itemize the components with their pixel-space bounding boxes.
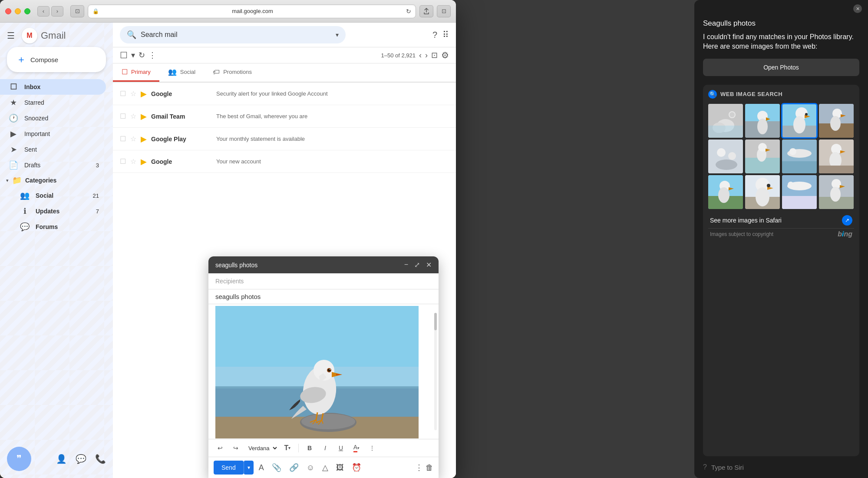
sidebar-item-important[interactable]: ▶ Important (0, 126, 106, 142)
compose-recipients-field[interactable]: Recipients (208, 273, 439, 289)
email-row[interactable]: ☐ ☆ ▶ Google Your new account (113, 150, 456, 173)
next-page-button[interactable]: › (425, 51, 428, 60)
close-button[interactable] (5, 8, 11, 14)
search-input[interactable]: Search mail (141, 31, 331, 39)
menu-icon[interactable]: ☰ (7, 30, 15, 41)
extensions-button[interactable]: ⊡ (437, 5, 451, 17)
insert-photo-icon[interactable]: 🖼 (333, 461, 347, 474)
discard-button[interactable]: 🗑 (426, 463, 433, 472)
email-star[interactable]: ☆ (130, 157, 136, 166)
insert-emoji-icon[interactable]: ☺ (304, 461, 317, 474)
help-icon[interactable]: ? (432, 30, 437, 40)
url-bar[interactable]: 🔒 mail.google.com ↻ (88, 4, 416, 18)
categories-toggle[interactable]: ▾ 📁 Categories (0, 173, 113, 188)
format-text-icon[interactable]: A (256, 461, 267, 474)
meet-icon[interactable]: 💬 (76, 454, 86, 464)
email-star[interactable]: ☆ (130, 90, 136, 98)
back-button[interactable]: ‹ (37, 6, 50, 17)
user-avatar[interactable]: ❞ (7, 447, 31, 471)
compose-minimize-button[interactable]: − (404, 261, 408, 269)
svg-point-37 (716, 159, 737, 170)
google-drive-icon[interactable]: △ (320, 461, 331, 474)
bold-button[interactable]: B (303, 442, 316, 454)
sidebar-item-inbox[interactable]: ☐ Inbox (0, 79, 106, 95)
send-button[interactable]: Send (214, 461, 244, 475)
text-color-button[interactable]: A ▾ (350, 442, 363, 454)
refresh-icon[interactable]: ↻ (139, 50, 145, 60)
attach-file-icon[interactable]: 📎 (269, 461, 284, 474)
image-result-7[interactable] (782, 139, 817, 173)
open-photos-button[interactable]: Open Photos (703, 59, 859, 76)
search-bar[interactable]: 🔍 Search mail ▾ (120, 26, 346, 43)
image-result-2[interactable] (745, 104, 780, 138)
sidebar-item-sent[interactable]: ➤ Sent (0, 142, 106, 157)
settings-icon[interactable]: ⚙ (441, 50, 449, 60)
select-all-checkbox[interactable]: ☐ (120, 50, 128, 60)
email-checkbox[interactable]: ☐ (120, 135, 126, 143)
image-result-1[interactable] (708, 104, 743, 138)
select-dropdown-icon[interactable]: ▾ (131, 50, 135, 60)
compose-subject-field[interactable]: seagulls photos (208, 289, 439, 304)
undo-button[interactable]: ↩ (214, 442, 227, 454)
tab-social[interactable]: 👥 Social (159, 63, 204, 82)
refresh-button[interactable]: ↻ (406, 8, 411, 15)
image-result-8[interactable] (819, 139, 854, 173)
email-row[interactable]: ☐ ☆ ▶ Google Security alert for your lin… (113, 83, 456, 105)
maximize-button[interactable] (24, 8, 30, 14)
email-star[interactable]: ☆ (130, 112, 136, 120)
more-actions-icon[interactable]: ⋮ (415, 463, 423, 472)
more-options-icon[interactable]: ⋮ (149, 50, 156, 60)
font-size-button[interactable]: T▾ (281, 442, 294, 454)
email-row[interactable]: ☐ ☆ ▶ Gmail Team The best of Gmail, wher… (113, 105, 456, 128)
compose-close-button[interactable]: ✕ (426, 261, 432, 269)
sidebar-item-forums[interactable]: 💬 Forums (0, 219, 106, 235)
web-search-title: WEB IMAGE SEARCH (720, 91, 782, 97)
email-star[interactable]: ☆ (130, 135, 136, 143)
image-result-10[interactable] (745, 175, 780, 209)
see-more-text[interactable]: See more images in Safari (710, 217, 782, 224)
apps-icon[interactable]: ⠿ (442, 30, 449, 40)
search-dropdown-icon[interactable]: ▾ (336, 31, 339, 38)
contacts-icon[interactable]: 👤 (56, 454, 67, 464)
image-result-12[interactable] (819, 175, 854, 209)
sidebar-item-social[interactable]: 👥 Social 21 (0, 188, 106, 203)
more-formatting-button[interactable]: ⋮ (366, 442, 379, 454)
insert-link-icon[interactable]: 🔗 (287, 461, 301, 474)
forward-button[interactable]: › (51, 6, 63, 17)
image-result-3[interactable]: http://michiganexposures.blogspot.com/20… (782, 104, 817, 138)
image-result-9[interactable] (708, 175, 743, 209)
tab-view-button[interactable]: ⊡ (70, 5, 84, 17)
compose-expand-button[interactable]: ⤢ (414, 261, 420, 269)
compose-button[interactable]: ＋ Compose (7, 47, 106, 72)
tab-primary[interactable]: ☐ Primary (113, 63, 159, 82)
email-checkbox[interactable]: ☐ (120, 112, 126, 120)
sidebar-item-updates[interactable]: ℹ Updates 7 (0, 203, 106, 219)
italic-button[interactable]: I (319, 442, 332, 454)
tab-promotions[interactable]: 🏷 Promotions (204, 63, 261, 82)
siri-close-button[interactable]: ✕ (853, 4, 862, 13)
underline-button[interactable]: U (334, 442, 347, 454)
prev-page-button[interactable]: ‹ (419, 51, 422, 60)
font-family-select[interactable]: Verdana (245, 444, 278, 453)
email-checkbox[interactable]: ☐ (120, 157, 126, 166)
image-result-4[interactable] (819, 104, 854, 138)
minimize-button[interactable] (15, 8, 21, 14)
siri-type-input[interactable]: Type to Siri (711, 464, 859, 471)
share-button[interactable] (419, 5, 433, 17)
siri-question-icon[interactable]: ? (703, 463, 707, 471)
sidebar-item-snoozed[interactable]: 🕐 Snoozed (0, 110, 106, 126)
schedule-send-icon[interactable]: ⏰ (349, 461, 364, 474)
image-result-6[interactable] (745, 139, 780, 173)
view-toggle-icon[interactable]: ⊡ (431, 50, 438, 60)
see-more-safari-icon[interactable]: ↗ (842, 215, 852, 226)
redo-button[interactable]: ↪ (229, 442, 242, 454)
send-dropdown-button[interactable]: ▾ (244, 461, 254, 475)
sidebar-item-starred[interactable]: ★ Starred (0, 95, 106, 110)
image-result-5[interactable] (708, 139, 743, 173)
sidebar-item-drafts[interactable]: 📄 Drafts 3 (0, 157, 106, 173)
image-result-11[interactable] (782, 175, 817, 209)
phone-icon[interactable]: 📞 (95, 454, 106, 464)
compose-body[interactable] (208, 304, 439, 439)
email-row[interactable]: ☐ ☆ ▶ Google Play Your monthly statement… (113, 128, 456, 150)
email-checkbox[interactable]: ☐ (120, 90, 126, 98)
